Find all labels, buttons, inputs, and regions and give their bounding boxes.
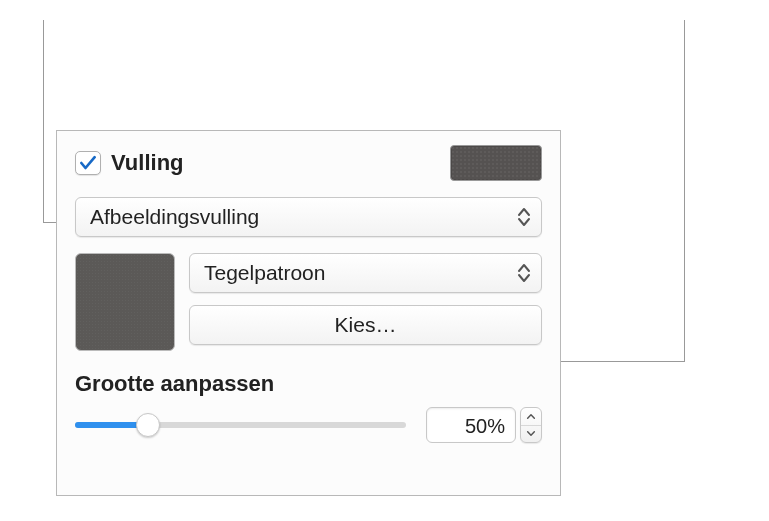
image-fill-controls: Tegelpatroon Kies… <box>189 253 542 351</box>
scale-slider[interactable] <box>75 410 406 440</box>
fill-panel: Vulling Afbeeldingsvulling Tegelpatroon … <box>56 130 561 496</box>
scale-label: Grootte aanpassen <box>75 371 542 397</box>
chevron-down-icon <box>526 430 536 437</box>
slider-thumb[interactable] <box>136 413 160 437</box>
stepper-down[interactable] <box>521 426 541 443</box>
callout-line <box>684 20 685 362</box>
stepper-up[interactable] <box>521 408 541 426</box>
scale-stepper[interactable] <box>520 407 542 443</box>
choose-image-button[interactable]: Kies… <box>189 305 542 345</box>
callout-line <box>544 361 684 362</box>
scale-value-group: 50% <box>426 407 542 443</box>
image-fill-row: Tegelpatroon Kies… <box>75 253 542 351</box>
image-scale-select[interactable]: Tegelpatroon <box>189 253 542 293</box>
updown-icon <box>517 207 531 227</box>
fill-checkbox-wrap: Vulling <box>75 150 184 176</box>
fill-label: Vulling <box>111 150 184 176</box>
image-preview-well[interactable] <box>75 253 175 351</box>
checkmark-icon <box>78 153 98 173</box>
fill-header-row: Vulling <box>75 145 542 181</box>
choose-button-label: Kies… <box>335 313 397 337</box>
callout-line <box>43 20 44 222</box>
fill-checkbox[interactable] <box>75 151 101 175</box>
scale-row: 50% <box>75 407 542 443</box>
chevron-up-icon <box>526 413 536 420</box>
image-scale-value: Tegelpatroon <box>204 261 325 285</box>
scale-value-input[interactable]: 50% <box>426 407 516 443</box>
updown-icon <box>517 263 531 283</box>
fill-type-value: Afbeeldingsvulling <box>90 205 259 229</box>
fill-type-select[interactable]: Afbeeldingsvulling <box>75 197 542 237</box>
fill-color-swatch[interactable] <box>450 145 542 181</box>
